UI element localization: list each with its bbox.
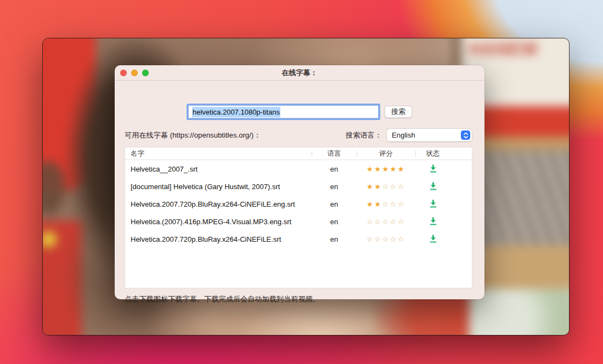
table-row[interactable]: [documental] Helvetica (Gary Hustwit, 20… <box>125 178 472 195</box>
column-header-language[interactable]: 语言 <box>312 149 357 158</box>
star-empty-icon: ☆ <box>398 235 405 243</box>
star-empty-icon: ☆ <box>374 235 382 243</box>
star-filled-icon: ★ <box>374 200 382 208</box>
star-empty-icon: ☆ <box>398 218 405 226</box>
traffic-lights <box>120 70 149 76</box>
select-stepper-icon <box>461 130 470 140</box>
language-select[interactable]: English <box>387 129 472 141</box>
available-subtitles-label: 可用在线字幕 (https://opensubtitles.org/)： <box>125 130 261 140</box>
subtitle-filename: Helvetica__2007_.srt <box>125 165 312 173</box>
column-header-rating[interactable]: 评分 <box>357 149 415 158</box>
status-cell <box>415 163 450 175</box>
dialog-titlebar[interactable]: 在线字幕： <box>115 65 484 81</box>
star-filled-icon: ★ <box>374 165 382 173</box>
dialog-content: helvetica.2007.1080p-titans 搜索 可用在线字幕 (h… <box>115 80 484 299</box>
star-empty-icon: ☆ <box>382 200 390 208</box>
subtitle-language: en <box>312 235 357 243</box>
star-filled-icon: ★ <box>390 165 398 173</box>
status-cell <box>415 234 450 245</box>
star-filled-icon: ★ <box>367 183 374 191</box>
download-button[interactable] <box>427 216 439 227</box>
status-cell <box>415 198 450 210</box>
download-button[interactable] <box>427 163 439 174</box>
star-empty-icon: ☆ <box>390 200 398 208</box>
subtitles-table: 名字 语言 评分 状态 Helvetica__2007_.srten★★★★★[… <box>125 147 472 288</box>
subtitle-language: en <box>312 183 357 191</box>
video-sign-text: HANEW <box>469 39 539 59</box>
subtitle-filename: [documental] Helvetica (Gary Hustwit, 20… <box>125 183 312 191</box>
star-filled-icon: ★ <box>374 183 382 191</box>
star-empty-icon: ☆ <box>390 218 398 226</box>
search-button[interactable]: 搜索 <box>385 106 412 118</box>
subtitle-language: en <box>312 165 357 173</box>
online-subtitles-dialog: 在线字幕： helvetica.2007.1080p-titans 搜索 可用在… <box>115 65 484 299</box>
dialog-title: 在线字幕： <box>115 65 484 80</box>
subtitle-filename: Helvetica.2007.720p.BluRay.x264-CiNEFiLE… <box>125 200 312 208</box>
star-filled-icon: ★ <box>398 165 405 173</box>
rating-stars: ★★☆☆☆ <box>357 183 415 191</box>
column-header-status[interactable]: 状态 <box>415 149 450 158</box>
rating-stars: ☆☆☆☆☆ <box>357 235 415 243</box>
table-body: Helvetica__2007_.srten★★★★★[documental] … <box>125 160 472 248</box>
footer-hint: 点击下载图标下载字幕。下载完成后会自动加载到当前视频。 <box>125 294 320 304</box>
star-empty-icon: ☆ <box>398 183 405 191</box>
subtitle-language: en <box>312 218 357 226</box>
star-empty-icon: ☆ <box>382 183 390 191</box>
rating-stars: ★★★★★ <box>357 165 415 173</box>
star-empty-icon: ☆ <box>382 235 390 243</box>
rating-stars: ★★☆☆☆ <box>357 200 415 208</box>
status-cell <box>415 181 450 192</box>
table-row[interactable]: Helvetica__2007_.srten★★★★★ <box>125 160 472 178</box>
subtitle-filename: Helvetica.(2007).416p.MPEG-4.Visual.MP3.… <box>125 218 312 226</box>
search-input[interactable]: helvetica.2007.1080p-titans <box>188 105 379 118</box>
star-filled-icon: ★ <box>367 165 374 173</box>
desktop-wallpaper: HANEW 在线字幕： helvetica.2007.1080p-titans … <box>0 0 603 364</box>
status-cell <box>415 216 450 228</box>
search-query-selected-text: helvetica.2007.1080p-titans <box>192 107 280 117</box>
star-empty-icon: ☆ <box>390 183 398 191</box>
table-row[interactable]: Helvetica.2007.720p.BluRay.x264-CiNEFiLE… <box>125 195 472 213</box>
star-filled-icon: ★ <box>382 165 390 173</box>
subtitle-language: en <box>312 200 357 208</box>
table-header: 名字 语言 评分 状态 <box>125 147 472 160</box>
star-empty-icon: ☆ <box>382 218 390 226</box>
download-button[interactable] <box>427 181 439 192</box>
star-empty-icon: ☆ <box>374 218 382 226</box>
column-header-name[interactable]: 名字 <box>125 149 312 158</box>
star-empty-icon: ☆ <box>390 235 398 243</box>
star-empty-icon: ☆ <box>398 200 405 208</box>
subtitle-filename: Helvetica.2007.720p.BluRay.x264-CiNEFiLE… <box>125 235 312 243</box>
table-row[interactable]: Helvetica.2007.720p.BluRay.x264-CiNEFiLE… <box>125 230 472 248</box>
search-language-label: 搜索语言： <box>346 130 382 140</box>
close-button[interactable] <box>120 70 127 76</box>
rating-stars: ☆☆☆☆☆ <box>357 218 415 226</box>
star-empty-icon: ☆ <box>367 218 374 226</box>
download-button[interactable] <box>427 198 439 209</box>
table-row[interactable]: Helvetica.(2007).416p.MPEG-4.Visual.MP3.… <box>125 213 472 230</box>
language-select-value: English <box>392 131 461 139</box>
zoom-button[interactable] <box>142 70 149 76</box>
download-button[interactable] <box>427 234 439 244</box>
star-filled-icon: ★ <box>367 200 374 208</box>
minimize-button[interactable] <box>131 70 138 76</box>
star-empty-icon: ☆ <box>367 235 374 243</box>
